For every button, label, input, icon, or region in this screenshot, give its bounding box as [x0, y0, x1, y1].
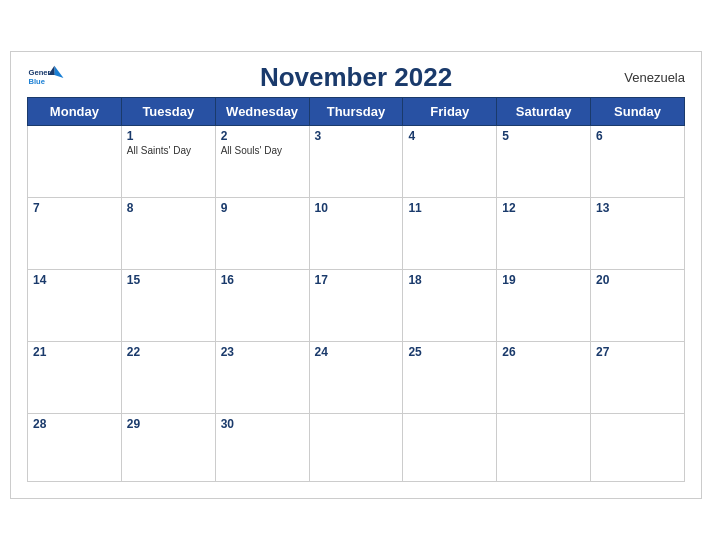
header-wednesday: Wednesday: [215, 98, 309, 126]
day-number: 10: [315, 201, 398, 215]
day-number: 4: [408, 129, 491, 143]
day-number: 20: [596, 273, 679, 287]
table-cell: 26: [497, 342, 591, 414]
day-number: 21: [33, 345, 116, 359]
table-cell: 6: [591, 126, 685, 198]
header-tuesday: Tuesday: [121, 98, 215, 126]
header-thursday: Thursday: [309, 98, 403, 126]
table-cell: 3: [309, 126, 403, 198]
table-cell: [309, 414, 403, 482]
day-number: 16: [221, 273, 304, 287]
table-cell: 25: [403, 342, 497, 414]
table-cell: 16: [215, 270, 309, 342]
day-number: 18: [408, 273, 491, 287]
table-cell: 9: [215, 198, 309, 270]
table-cell: 23: [215, 342, 309, 414]
table-cell: 14: [28, 270, 122, 342]
day-number: 2: [221, 129, 304, 143]
day-number: 27: [596, 345, 679, 359]
table-cell: 5: [497, 126, 591, 198]
table-cell: 17: [309, 270, 403, 342]
table-cell: 22: [121, 342, 215, 414]
svg-text:Blue: Blue: [29, 77, 45, 86]
header-saturday: Saturday: [497, 98, 591, 126]
table-cell: 28: [28, 414, 122, 482]
day-number: 7: [33, 201, 116, 215]
day-number: 14: [33, 273, 116, 287]
table-cell: 29: [121, 414, 215, 482]
day-number: 30: [221, 417, 304, 431]
table-cell: 21: [28, 342, 122, 414]
header-monday: Monday: [28, 98, 122, 126]
day-number: 11: [408, 201, 491, 215]
table-cell: 18: [403, 270, 497, 342]
table-cell: [28, 126, 122, 198]
table-cell: 10: [309, 198, 403, 270]
table-cell: 7: [28, 198, 122, 270]
calendar-header: General Blue November 2022 Venezuela: [27, 62, 685, 93]
table-cell: 27: [591, 342, 685, 414]
day-number: 29: [127, 417, 210, 431]
day-number: 23: [221, 345, 304, 359]
day-number: 28: [33, 417, 116, 431]
calendar-title: November 2022: [260, 62, 452, 93]
day-number: 5: [502, 129, 585, 143]
table-cell: 1All Saints' Day: [121, 126, 215, 198]
day-number: 26: [502, 345, 585, 359]
day-number: 25: [408, 345, 491, 359]
table-cell: 13: [591, 198, 685, 270]
calendar-table: Monday Tuesday Wednesday Thursday Friday…: [27, 97, 685, 482]
week-row-5: 282930: [28, 414, 685, 482]
table-cell: 19: [497, 270, 591, 342]
header-sunday: Sunday: [591, 98, 685, 126]
day-number: 13: [596, 201, 679, 215]
table-cell: 11: [403, 198, 497, 270]
week-row-4: 21222324252627: [28, 342, 685, 414]
day-number: 19: [502, 273, 585, 287]
week-row-1: 1All Saints' Day2All Souls' Day3456: [28, 126, 685, 198]
day-number: 15: [127, 273, 210, 287]
day-number: 24: [315, 345, 398, 359]
table-cell: [497, 414, 591, 482]
week-row-3: 14151617181920: [28, 270, 685, 342]
brand-logo-area: General Blue: [27, 63, 65, 93]
day-number: 8: [127, 201, 210, 215]
day-number: 9: [221, 201, 304, 215]
table-cell: [591, 414, 685, 482]
event-label: All Saints' Day: [127, 145, 210, 156]
day-number: 12: [502, 201, 585, 215]
week-row-2: 78910111213: [28, 198, 685, 270]
table-cell: 15: [121, 270, 215, 342]
calendar-container: General Blue November 2022 Venezuela Mon…: [10, 51, 702, 499]
table-cell: 2All Souls' Day: [215, 126, 309, 198]
day-number: 6: [596, 129, 679, 143]
day-number: 22: [127, 345, 210, 359]
event-label: All Souls' Day: [221, 145, 304, 156]
header-friday: Friday: [403, 98, 497, 126]
country-label: Venezuela: [624, 70, 685, 85]
table-cell: 4: [403, 126, 497, 198]
table-cell: 12: [497, 198, 591, 270]
day-number: 1: [127, 129, 210, 143]
day-number: 17: [315, 273, 398, 287]
table-cell: 20: [591, 270, 685, 342]
table-cell: 30: [215, 414, 309, 482]
table-cell: 24: [309, 342, 403, 414]
weekday-header-row: Monday Tuesday Wednesday Thursday Friday…: [28, 98, 685, 126]
table-cell: [403, 414, 497, 482]
day-number: 3: [315, 129, 398, 143]
table-cell: 8: [121, 198, 215, 270]
